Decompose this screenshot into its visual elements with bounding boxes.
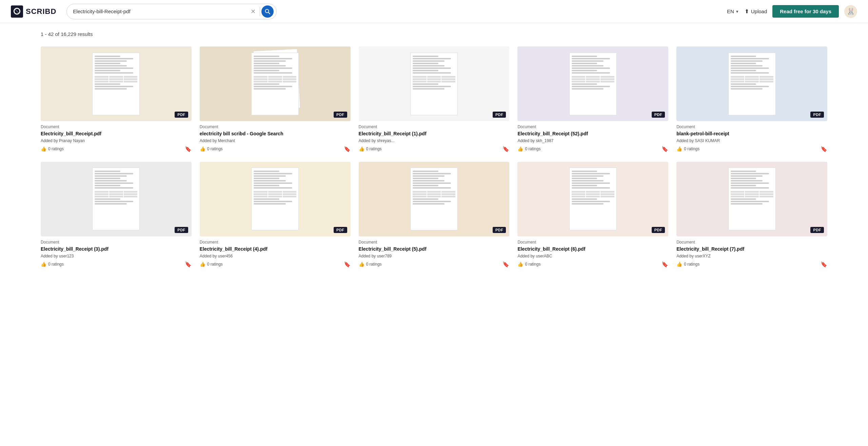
ratings: 👍 0 ratings: [676, 146, 699, 152]
doc-line: [95, 56, 120, 57]
doc-cell: [586, 193, 600, 195]
doc-line: [731, 56, 756, 57]
doc-cell: [254, 78, 268, 80]
upload-button[interactable]: ⬆ Upload: [745, 8, 767, 15]
doc-cell: [109, 196, 123, 197]
card-footer: 👍 0 ratings 🔖: [517, 261, 668, 268]
pdf-badge: PDF: [652, 112, 665, 118]
thumbs-up-icon[interactable]: 👍: [41, 146, 46, 152]
result-card[interactable]: PDF Document Electricity_bill_Receipt (4…: [200, 162, 351, 268]
thumbs-up-icon[interactable]: 👍: [200, 146, 205, 152]
doc-line: [572, 201, 610, 202]
doc-cell: [427, 193, 441, 195]
bookmark-icon[interactable]: 🔖: [821, 261, 827, 268]
doc-cell: [95, 78, 108, 80]
doc-cell: [600, 193, 614, 195]
bookmark-icon[interactable]: 🔖: [662, 261, 668, 268]
result-card[interactable]: PDF Document Electricity_bill_Receipt (3…: [41, 162, 192, 268]
doc-line: [731, 171, 756, 172]
doc-line: [413, 198, 438, 200]
result-card[interactable]: PDF Document Electricity_bill_Receipt (1…: [359, 46, 510, 152]
doc-cell: [600, 196, 614, 197]
bookmark-icon[interactable]: 🔖: [821, 146, 827, 152]
doc-line: [254, 63, 279, 64]
card-meta: Document Electricity_bill_Receipt (7).pd…: [676, 236, 827, 268]
thumbs-up-icon[interactable]: 👍: [676, 261, 682, 267]
card-title: Electricity_bill_Receipt (6).pdf: [517, 246, 668, 252]
card-author: Added by user789: [359, 254, 510, 258]
bookmark-icon[interactable]: 🔖: [344, 146, 351, 152]
result-card[interactable]: PDF Document Electricity_bill_Receipt (5…: [359, 162, 510, 268]
doc-cell: [427, 76, 441, 78]
main-content: 1 - 42 of 16,229 results PDF Document El…: [0, 23, 868, 281]
doc-cell: [254, 196, 268, 197]
bookmark-icon[interactable]: 🔖: [662, 146, 668, 152]
doc-page: [92, 168, 140, 230]
svg-line-2: [269, 12, 270, 14]
bookmark-icon[interactable]: 🔖: [185, 261, 192, 268]
card-meta: Document Electricity_bill_Receipt (1).pd…: [359, 121, 510, 152]
doc-line: [254, 58, 292, 59]
doc-cell: [124, 76, 138, 78]
read-free-button[interactable]: Read free for 30 days: [772, 5, 839, 18]
doc-line: [413, 83, 438, 85]
doc-page: [251, 168, 299, 230]
ratings: 👍 0 ratings: [41, 146, 64, 152]
result-card[interactable]: PDF Document Electricity_bill_Receipt (7…: [676, 162, 827, 268]
pdf-badge: PDF: [175, 112, 188, 118]
doc-line: [731, 175, 763, 177]
search-input[interactable]: [73, 8, 248, 14]
doc-line: [95, 185, 120, 186]
card-title: Electricity_bill_Receipt (7).pdf: [676, 246, 827, 252]
language-selector[interactable]: EN ▼: [727, 8, 739, 14]
thumbs-up-icon[interactable]: 👍: [517, 261, 523, 267]
thumbs-up-icon[interactable]: 👍: [359, 146, 364, 152]
thumbs-up-icon[interactable]: 👍: [517, 146, 523, 152]
ratings-count: 0 ratings: [48, 262, 64, 267]
search-button[interactable]: [261, 5, 274, 18]
avatar[interactable]: 🐰: [844, 5, 857, 18]
doc-line: [254, 83, 279, 85]
doc-cell: [731, 196, 745, 197]
doc-line: [95, 182, 133, 184]
doc-cell: [441, 191, 455, 193]
thumbs-up-icon[interactable]: 👍: [676, 146, 682, 152]
doc-line: [572, 60, 604, 62]
doc-cell: [745, 76, 759, 78]
card-title: Electricity_bill_Receipt (4).pdf: [200, 246, 351, 252]
doc-cell: [283, 76, 297, 78]
result-card[interactable]: PDF Document electricity bill scribd - G…: [200, 46, 351, 152]
doc-cell: [427, 81, 441, 82]
doc-line: [731, 173, 769, 174]
doc-cell: [572, 196, 586, 197]
result-card[interactable]: PDF Document Electricity_bill_Receipt.pd…: [41, 46, 192, 152]
card-author: Added by user456: [200, 254, 351, 258]
doc-cell: [109, 76, 123, 78]
logo[interactable]: SCRIBD: [11, 5, 56, 18]
thumbs-up-icon[interactable]: 👍: [200, 261, 205, 267]
bookmark-icon[interactable]: 🔖: [502, 146, 509, 152]
doc-cell: [124, 191, 138, 193]
pdf-badge: PDF: [810, 112, 824, 118]
doc-cell: [124, 81, 138, 82]
pdf-badge: PDF: [810, 227, 824, 233]
result-card[interactable]: PDF Document Electricity_bill_Receipt (6…: [517, 162, 668, 268]
card-type: Document: [359, 124, 510, 129]
bookmark-icon[interactable]: 🔖: [344, 261, 351, 268]
thumbs-up-icon[interactable]: 👍: [359, 261, 364, 267]
result-card[interactable]: PDF Document blank-petrol-bill-receipt A…: [676, 46, 827, 152]
doc-line: [731, 185, 756, 186]
card-type: Document: [517, 124, 668, 129]
card-thumbnail: PDF: [41, 46, 192, 121]
bookmark-icon[interactable]: 🔖: [502, 261, 509, 268]
doc-line: [413, 70, 438, 71]
doc-line: [572, 180, 604, 181]
doc-line: [254, 185, 279, 186]
thumbs-up-icon[interactable]: 👍: [41, 261, 46, 267]
clear-icon[interactable]: ✕: [248, 8, 258, 15]
bookmark-icon[interactable]: 🔖: [185, 146, 192, 152]
doc-cell: [745, 196, 759, 197]
doc-line: [572, 198, 597, 200]
result-card[interactable]: PDF Document Electricity_bill_Receipt (5…: [517, 46, 668, 152]
doc-line: [254, 187, 292, 189]
